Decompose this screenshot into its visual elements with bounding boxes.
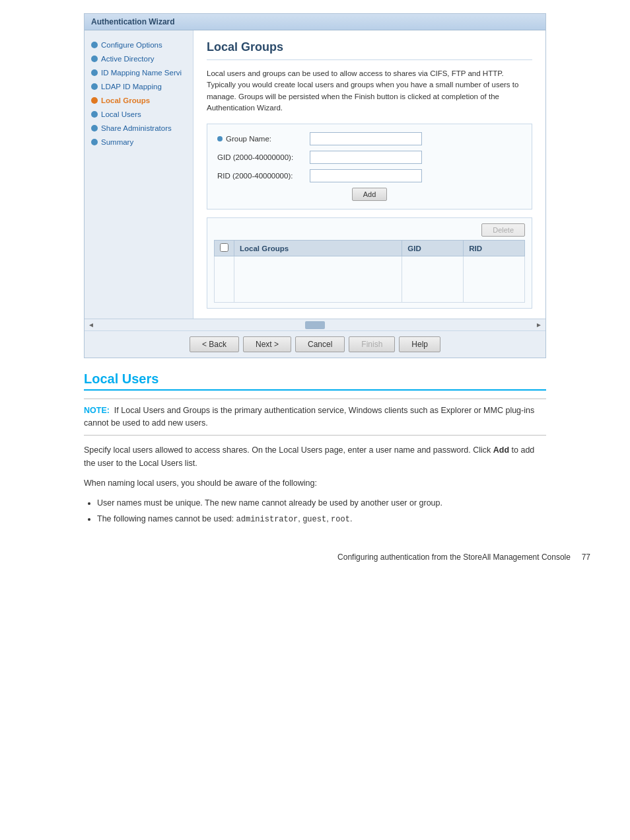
table-name-header: Local Groups (234, 241, 402, 256)
sidebar-item-4[interactable]: Local Groups (91, 96, 186, 106)
delete-button[interactable]: Delete (481, 223, 525, 237)
gid-row: GID (2000-40000000): (217, 151, 522, 164)
sidebar-bullet-5 (91, 111, 98, 118)
table-body (215, 256, 525, 303)
sidebar-item-1[interactable]: Active Directory (91, 54, 186, 64)
scroll-left-icon[interactable]: ◄ (88, 321, 94, 328)
sidebar-item-0[interactable]: Configure Options (91, 40, 186, 50)
wizard-title: Authentication Wizard (91, 17, 175, 26)
sidebar-link-2[interactable]: ID Mapping Name Servi (101, 68, 182, 78)
table-section: Delete Local Groups (207, 217, 532, 309)
rid-label: RID (2000-40000000): (217, 172, 310, 180)
sidebar-link-5[interactable]: Local Users (101, 110, 141, 120)
note-content: NOTE: If Local Users and Groups is the p… (84, 406, 534, 428)
sidebar-link-7[interactable]: Summary (101, 137, 133, 147)
back-button[interactable]: < Back (190, 336, 239, 352)
sidebar-item-7[interactable]: Summary (91, 137, 186, 147)
list-item-2: The following names cannot be used: admi… (97, 512, 546, 526)
wizard-description: Local users and groups can be used to al… (207, 68, 532, 114)
groups-table: Local Groups GID RID (214, 240, 525, 303)
wizard-sidebar: Configure OptionsActive DirectoryID Mapp… (85, 30, 193, 319)
sidebar-link-3[interactable]: LDAP ID Mapping (101, 82, 162, 92)
wizard-dialog: Authentication Wizard Configure OptionsA… (84, 13, 546, 358)
form-section: Group Name: GID (2000-40000000): RID (20… (207, 124, 532, 210)
sidebar-bullet-1 (91, 56, 98, 62)
table-checkbox-header (215, 241, 234, 256)
sidebar-bullet-7 (91, 139, 98, 145)
add-button-row: Add (217, 188, 522, 201)
group-name-row: Group Name: (217, 132, 522, 145)
cancel-button[interactable]: Cancel (295, 336, 345, 352)
sidebar-item-2[interactable]: ID Mapping Name Servi (91, 68, 186, 78)
list-item-1: User names must be unique. The new name … (97, 496, 546, 510)
rid-row: RID (2000-40000000): (217, 169, 522, 182)
wizard-main: Local Groups Local users and groups can … (193, 30, 545, 319)
finish-button[interactable]: Finish (349, 336, 395, 352)
sidebar-bullet-3 (91, 83, 98, 90)
wizard-section-heading: Local Groups (207, 40, 532, 60)
gid-label: GID (2000-40000000): (217, 153, 310, 161)
table-gid-header: GID (402, 241, 464, 256)
sidebar-bullet-0 (91, 42, 98, 48)
rid-input[interactable] (310, 169, 422, 182)
body-paragraph-1: Specify local users allowed to access sh… (84, 443, 546, 470)
scroll-thumb[interactable] (305, 321, 325, 329)
table-rid-header: RID (464, 241, 525, 256)
scroll-right-icon[interactable]: ► (536, 321, 542, 328)
note-label: NOTE: (84, 406, 110, 415)
sidebar-item-5[interactable]: Local Users (91, 110, 186, 120)
group-name-input[interactable] (310, 132, 422, 145)
delete-row: Delete (214, 223, 525, 237)
sidebar-bullet-2 (91, 69, 98, 76)
footer-text: Configuring authentication from the Stor… (337, 553, 571, 562)
sidebar-bullet-4 (91, 97, 98, 104)
sidebar-link-6[interactable]: Share Administrators (101, 124, 172, 134)
wizard-footer: < Back Next > Cancel Finish Help (85, 330, 545, 358)
next-button[interactable]: Next > (243, 336, 291, 352)
scroll-bar: ◄ ► (85, 319, 545, 330)
page-footer: Configuring authentication from the Stor… (26, 553, 604, 562)
sidebar-bullet-6 (91, 125, 98, 132)
empty-row (215, 256, 525, 303)
required-indicator (217, 136, 223, 141)
gid-input[interactable] (310, 151, 422, 164)
sidebar-link-0[interactable]: Configure Options (101, 40, 162, 50)
sidebar-link-1[interactable]: Active Directory (101, 54, 155, 64)
wizard-title-bar: Authentication Wizard (85, 14, 545, 30)
group-name-label: Group Name: (217, 135, 310, 143)
sidebar-link-4[interactable]: Local Groups (101, 96, 150, 106)
help-button[interactable]: Help (399, 336, 440, 352)
local-users-heading: Local Users (84, 371, 546, 391)
bullet-list: User names must be unique. The new name … (97, 496, 546, 526)
page-number: 77 (582, 553, 590, 562)
sidebar-item-6[interactable]: Share Administrators (91, 124, 186, 134)
body-paragraph-2: When naming local users, you should be a… (84, 477, 546, 490)
local-users-section: Local Users NOTE: If Local Users and Gro… (84, 358, 546, 526)
add-button[interactable]: Add (352, 188, 388, 201)
table-header-row: Local Groups GID RID (215, 241, 525, 256)
select-all-checkbox[interactable] (220, 243, 228, 252)
sidebar-item-3[interactable]: LDAP ID Mapping (91, 82, 186, 92)
note-body: If Local Users and Groups is the primary… (84, 406, 534, 428)
note-box: NOTE: If Local Users and Groups is the p… (84, 399, 546, 436)
